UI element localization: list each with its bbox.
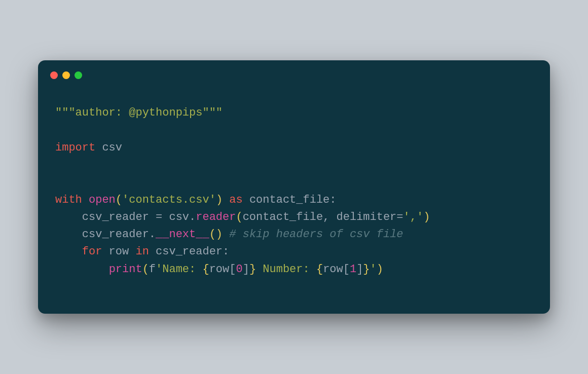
code-token: as xyxy=(229,194,242,206)
code-token: { xyxy=(202,263,209,276)
code-token: ( xyxy=(142,263,149,276)
code-token: ] xyxy=(243,263,249,276)
code-line: for row in csv_reader: xyxy=(55,243,533,260)
code-token xyxy=(55,263,109,276)
code-token: """author: @pythonpips""" xyxy=(55,106,223,119)
code-line xyxy=(55,174,533,191)
code-token: row[ xyxy=(323,263,350,276)
code-editor[interactable]: """author: @pythonpips""" import csv wit… xyxy=(38,79,550,314)
code-token: import xyxy=(55,141,95,154)
code-token: f xyxy=(149,263,156,276)
code-line: csv_reader.__next__() # skip headers of … xyxy=(55,226,533,243)
code-token: csv_reader: xyxy=(149,245,229,258)
code-token: row xyxy=(102,245,135,258)
code-token: row[ xyxy=(209,263,236,276)
code-token: { xyxy=(316,263,323,276)
code-token: ( xyxy=(236,211,242,223)
code-token xyxy=(223,228,229,241)
code-token: reader xyxy=(196,211,236,223)
code-token: csv xyxy=(95,141,122,154)
code-token: csv_reader. xyxy=(55,228,156,241)
code-line: """author: @pythonpips""" xyxy=(55,104,533,122)
code-line xyxy=(55,122,533,139)
code-line xyxy=(55,157,533,174)
code-token: ',' xyxy=(403,211,424,223)
code-line: print(f'Name: {row[0]} Number: {row[1]}'… xyxy=(55,261,533,278)
maximize-icon[interactable] xyxy=(75,71,82,79)
code-token: for xyxy=(82,245,102,258)
code-token xyxy=(82,194,89,206)
code-token: Number: xyxy=(256,263,316,276)
code-token: } xyxy=(363,263,370,276)
minimize-icon[interactable] xyxy=(62,71,70,79)
close-icon[interactable] xyxy=(50,71,58,79)
code-token: print xyxy=(109,263,142,276)
code-token xyxy=(55,245,82,258)
code-line: csv_reader = csv.reader(contact_file, de… xyxy=(55,209,533,226)
code-token: ' xyxy=(370,263,377,276)
code-token: ) xyxy=(377,263,383,276)
window-titlebar xyxy=(38,60,550,79)
code-token: open xyxy=(89,194,116,206)
code-token: 'Name: xyxy=(156,263,202,276)
code-token: ] xyxy=(356,263,363,276)
code-line: with open('contacts.csv') as contact_fil… xyxy=(55,192,533,209)
code-token: ) xyxy=(423,211,430,223)
code-token: 0 xyxy=(236,263,242,276)
code-token: 'contacts.csv' xyxy=(122,194,216,206)
code-token: with xyxy=(55,194,82,206)
code-token: contact_file, delimiter= xyxy=(243,211,403,223)
code-window: """author: @pythonpips""" import csv wit… xyxy=(38,60,550,314)
code-token: # skip headers of csv file xyxy=(229,228,403,241)
code-token: () xyxy=(209,228,223,241)
code-token: in xyxy=(135,245,149,258)
code-token: __next__ xyxy=(156,228,209,241)
code-token: 1 xyxy=(350,263,356,276)
code-token xyxy=(223,194,229,206)
code-token: csv_reader = csv. xyxy=(55,211,196,223)
code-token: ( xyxy=(116,194,122,206)
code-line: import csv xyxy=(55,139,533,157)
code-token: } xyxy=(249,263,256,276)
code-token: contact_file: xyxy=(243,194,337,206)
code-token: ) xyxy=(216,194,223,206)
